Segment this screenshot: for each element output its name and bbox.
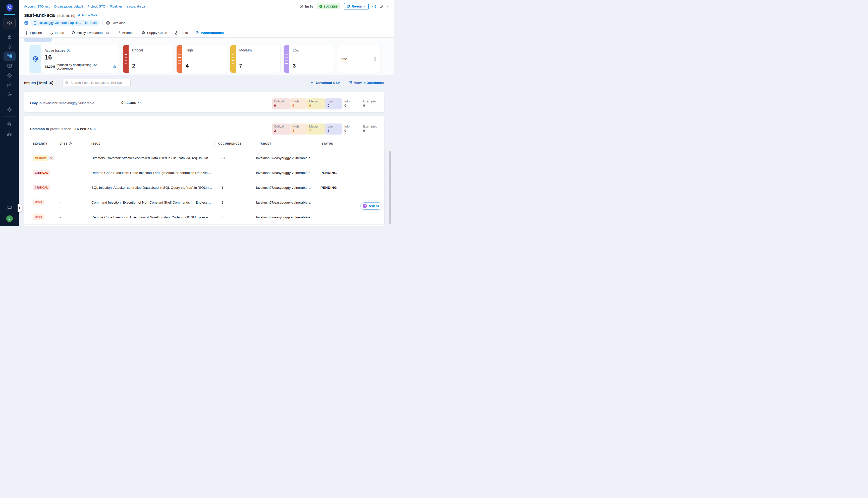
issue-row[interactable]: CRITICAL - Remote Code Execution: Code I… [24,166,384,180]
info-icon[interactable] [67,49,70,52]
tab-tests[interactable]: Tests [174,28,188,37]
sidebar-item-token-gauge[interactable] [3,90,16,99]
group-toggle[interactable]: 0 Issues [121,101,141,105]
shield-search-icon [30,45,41,73]
active-issues-label: Active Issues [44,49,65,52]
col-severity: SEVERITY [33,142,48,145]
breadcrumb-current[interactable]: sast-and-sca [127,5,145,8]
info-icon [69,142,72,145]
high-strip [177,45,182,73]
info-card: Info 0 [337,45,380,73]
status-value: PENDING [321,171,337,175]
issues-table-header: SEVERITY EPSS ISSUE OCCURRENCES TARGET S… [24,140,384,148]
top-bar: Account: STO test › Organization: defaul… [19,0,394,11]
tab-supply-chain[interactable]: Supply Chain [142,28,167,37]
breadcrumb-pipelines[interactable]: Pipelines [110,5,122,8]
module-switcher-button[interactable] [3,18,16,29]
search-input[interactable] [70,81,128,84]
edit-pipeline-icon[interactable] [380,4,384,9]
scrollbar-thumb[interactable] [389,151,391,224]
issue-title[interactable]: SQL Injection: Attacker-controlled Data … [91,186,212,189]
ai-assistant-icon [363,204,367,208]
target-value: lavakush07/easybuggy-vulnerable-a... [256,186,313,189]
chip-info: Info0 [342,123,357,134]
epss-value: - [60,186,61,189]
sidebar-item-settings[interactable] [3,104,16,114]
chip-low: Low3 [325,123,342,134]
tab-policy-evaluations[interactable]: Policy Evaluations [72,28,109,37]
sidebar-item-pipelines[interactable] [3,51,16,61]
summary-cards-band: Active Issues 16 88.39% reduced by dedup… [19,38,394,75]
issue-title[interactable]: Directory Traversal: Attacker-controlled… [91,156,211,160]
medium-count: 7 [239,63,242,69]
info-icon[interactable] [113,65,116,68]
issue-row[interactable]: CRITICAL - SQL Injection: Attacker-contr… [24,180,384,195]
refresh-icon [347,5,350,8]
sidebar-item-executions[interactable] [3,61,16,70]
chip-high: High0 [290,99,307,109]
harness-sto-logo-icon[interactable] [5,3,14,13]
ask-ai-button[interactable]: Ask AI [360,202,382,210]
chip-critical: Critical2 [272,123,290,134]
breadcrumb-org[interactable]: Organization: default [54,5,83,8]
repo-name[interactable]: easybuggy-vulnerable-applic... [38,21,81,25]
sidebar-item-layers-settings[interactable] [3,119,16,129]
breadcrumb-account[interactable]: Account: STO test [24,5,50,8]
sidebar-item-targets[interactable] [3,70,16,80]
group-toggle[interactable]: 16 Issues [75,127,96,131]
tab-vulnerabilities[interactable]: Vulnerabilities [195,28,224,37]
sidebar-active-module-underline [4,14,15,15]
column-divider [214,140,215,148]
add-note-link[interactable]: Add a Note [78,14,98,17]
sidebar-item-scans[interactable] [3,42,16,51]
table-scrollbar[interactable] [389,140,391,226]
repo-pill[interactable]: easybuggy-vulnerable-applic... main [31,20,99,26]
dedup-subtext: 88.39% reduced by deduplicating 155 occu… [44,63,116,70]
issue-title[interactable]: Command Injection: Execution of Non-Cons… [91,200,212,204]
breadcrumb-project[interactable]: Project: STO [87,5,105,8]
sidebar-item-org-settings[interactable] [3,129,16,138]
severity-badge-high: HIGH [33,199,44,205]
triggered-by-user: Lavakush [106,21,126,25]
trigger-type-icon [24,21,29,25]
group-target: lavakush07/easybuggy-vulnerable... [43,101,97,105]
issues-toolbar: Issues (Total 16) Download CSV View in D… [19,75,394,86]
chip-low: Low0 [325,99,342,109]
pill-divider [83,21,83,25]
issues-search[interactable] [62,79,131,86]
view-in-dashboard-link[interactable]: View in Dashboard [348,81,384,84]
sidebar-item-home[interactable] [3,32,16,42]
more-options-kebab-icon[interactable] [387,4,388,9]
high-label: High [185,48,193,52]
tab-pipeline[interactable]: Pipeline [25,28,42,37]
download-icon [310,81,314,84]
sidebar-divider [4,102,15,102]
clock-icon [299,4,303,8]
col-status: STATUS [322,142,333,145]
active-issues-value: 16 [44,53,116,61]
execution-info-icon[interactable] [372,4,376,9]
help-chat-icon[interactable] [3,203,16,212]
issue-title[interactable]: Remote Code Execution: Execution of Non-… [91,215,212,219]
sidebar-expand-handle[interactable] [17,204,22,212]
critical-strip [123,45,129,73]
sidebar-item-hidden-issues[interactable] [3,80,16,90]
download-csv-link[interactable]: Download CSV [310,81,340,84]
issue-row[interactable]: MEDIUM - Directory Traversal: Attacker-c… [24,150,384,166]
severity-badge-critical: CRITICAL [33,185,50,190]
branch-name[interactable]: main [90,21,97,25]
user-avatar[interactable]: L [6,215,13,222]
target-value: lavakush07/easybuggy-vulnerable-a... [256,200,313,204]
info-icon [106,31,109,35]
tab-inputs[interactable]: Inputs [50,28,64,37]
rerun-button[interactable]: Re-run [344,3,369,10]
col-epss: EPSS [60,142,72,145]
col-target: TARGET [259,142,271,145]
group-suffix: previous scan [50,127,71,131]
target-value: lavakush07/easybuggy-vulnerable-a... [256,156,313,160]
issue-row[interactable]: HIGH - Command Injection: Execution of N… [24,195,384,210]
issue-row[interactable]: HIGH - Remote Code Execution: Execution … [24,210,384,225]
tab-artifacts[interactable]: Artifacts [117,28,134,37]
issue-title[interactable]: Remote Code Execution: Code Injection Th… [91,171,212,175]
occurrences-value: 2 [221,171,223,175]
